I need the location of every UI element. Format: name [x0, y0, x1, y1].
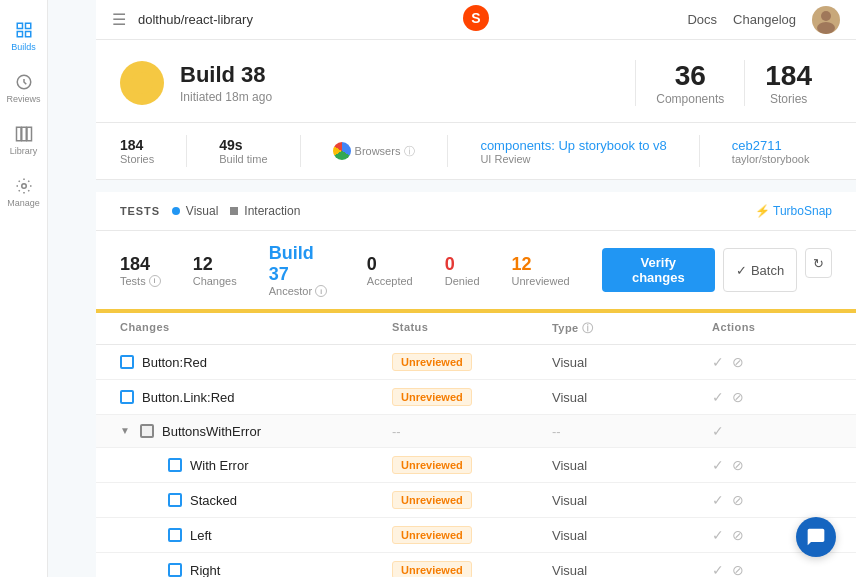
- chat-bubble-button[interactable]: [796, 517, 836, 557]
- meta-branch: ceb2711 taylor/storybook: [732, 138, 810, 165]
- reject-icon[interactable]: ⊘: [732, 527, 744, 543]
- turbosnap-label: TurboSnap: [773, 204, 832, 218]
- accepted-label: Accepted: [367, 275, 413, 287]
- chrome-icon: [333, 142, 351, 160]
- reject-icon[interactable]: ⊘: [732, 457, 744, 473]
- accept-icon[interactable]: ✓: [712, 527, 724, 543]
- user-avatar[interactable]: [812, 6, 840, 34]
- story-icon: [168, 528, 182, 542]
- build-status-icon: [120, 61, 164, 105]
- tests-section: TESTS Visual Interaction ⚡ TurboSnap: [96, 192, 856, 577]
- hamburger-icon[interactable]: ☰: [112, 10, 126, 29]
- col-actions: Actions: [712, 321, 832, 336]
- story-icon: [168, 458, 182, 472]
- action-icons: ✓ ⊘: [712, 354, 832, 370]
- unreviewed-label: Unreviewed: [512, 275, 570, 287]
- branch-sublabel: taylor/storybook: [732, 153, 810, 165]
- reject-icon[interactable]: ⊘: [732, 354, 744, 370]
- summary-ancestor: Build 37 Ancestor i: [269, 243, 335, 297]
- commit-link[interactable]: components: Up storybook to v8: [480, 138, 666, 153]
- verify-changes-button[interactable]: Verify changes: [602, 248, 715, 292]
- status-badge: Unreviewed: [392, 388, 472, 406]
- changelog-link[interactable]: Changelog: [733, 12, 796, 27]
- stories-num: 184: [120, 137, 154, 153]
- accept-icon[interactable]: ✓: [712, 354, 724, 370]
- accept-icon[interactable]: ✓: [712, 423, 724, 439]
- col-changes: Changes: [120, 321, 392, 336]
- repo-name: dolthub/react-library: [138, 12, 253, 27]
- story-icon: [120, 355, 134, 369]
- group-type: --: [552, 424, 712, 439]
- app-logo: S: [462, 4, 490, 35]
- reject-icon[interactable]: ⊘: [732, 562, 744, 577]
- change-name: Button:Red: [120, 355, 392, 370]
- col-status: Status: [392, 321, 552, 336]
- refresh-icon: ↻: [813, 256, 824, 271]
- tests-summary: 184 Tests i 12 Changes Build 37 Ancesto: [96, 231, 856, 313]
- status-badge: Unreviewed: [392, 353, 472, 371]
- browsers-label: Browsers: [355, 145, 401, 157]
- reviews-label: Reviews: [6, 94, 40, 104]
- main-content: Build 38 Initiated 18m ago 36 Components…: [96, 40, 856, 577]
- story-icon: [120, 390, 134, 404]
- sidebar: Builds Reviews Library Manage: [0, 0, 48, 577]
- batch-button[interactable]: ✓ Batch: [723, 248, 797, 292]
- stories-count: 184: [765, 60, 812, 92]
- accept-icon[interactable]: ✓: [712, 492, 724, 508]
- changes-label: Changes: [193, 275, 237, 287]
- components-label: Components: [656, 92, 724, 106]
- interaction-toggle[interactable]: Interaction: [230, 204, 300, 218]
- accept-icon[interactable]: ✓: [712, 457, 724, 473]
- type-label: Visual: [552, 390, 712, 405]
- top-navigation: ☰ dolthub/react-library S Docs Changelog: [96, 0, 856, 40]
- action-icons: ✓ ⊘: [712, 492, 832, 508]
- ancestor-info-icon: i: [315, 285, 327, 297]
- svg-rect-1: [25, 23, 30, 28]
- change-name: With Error: [120, 458, 392, 473]
- meta-browsers: Browsers ⓘ: [333, 142, 416, 160]
- table-row: Left Unreviewed Visual ✓ ⊘: [96, 518, 856, 553]
- table-row: With Error Unreviewed Visual ✓ ⊘: [96, 448, 856, 483]
- svg-rect-6: [21, 127, 26, 141]
- sidebar-item-library[interactable]: Library: [4, 116, 44, 164]
- summary-denied: 0 Denied: [445, 254, 480, 287]
- docs-link[interactable]: Docs: [687, 12, 717, 27]
- type-label: Visual: [552, 355, 712, 370]
- table-row: Right Unreviewed Visual ✓ ⊘: [96, 553, 856, 577]
- table-row-group: ▼ ButtonsWithError -- -- ✓: [96, 415, 856, 448]
- reject-icon[interactable]: ⊘: [732, 389, 744, 405]
- type-label: Visual: [552, 458, 712, 473]
- group-status: --: [392, 424, 552, 439]
- summary-accepted: 0 Accepted: [367, 254, 413, 287]
- turbosnap-link[interactable]: ⚡ TurboSnap: [755, 204, 832, 218]
- stories-stat: 184 Stories: [744, 60, 832, 106]
- accept-icon[interactable]: ✓: [712, 562, 724, 577]
- table-header: Changes Status Type ⓘ Actions: [96, 313, 856, 345]
- manage-label: Manage: [7, 198, 40, 208]
- sidebar-item-reviews[interactable]: Reviews: [4, 64, 44, 112]
- accept-icon[interactable]: ✓: [712, 389, 724, 405]
- status-badge: Unreviewed: [392, 456, 472, 474]
- interaction-toggle-dot: [230, 207, 238, 215]
- sidebar-item-builds[interactable]: Builds: [4, 12, 44, 60]
- components-count: 36: [656, 60, 724, 92]
- svg-text:S: S: [471, 10, 480, 26]
- browsers-info-icon: ⓘ: [404, 144, 415, 159]
- meta-divider-4: [699, 135, 700, 167]
- summary-unreviewed: 12 Unreviewed: [512, 254, 570, 287]
- stories-meta-label: Stories: [120, 153, 154, 165]
- builds-label: Builds: [11, 42, 36, 52]
- svg-rect-2: [17, 31, 22, 36]
- tests-num: 184: [120, 254, 161, 275]
- library-label: Library: [10, 146, 38, 156]
- collapse-icon[interactable]: ▼: [120, 425, 132, 437]
- col-type: Type ⓘ: [552, 321, 712, 336]
- visual-toggle[interactable]: Visual: [172, 204, 218, 218]
- build-time-label: Build time: [219, 153, 267, 165]
- refresh-button[interactable]: ↻: [805, 248, 832, 278]
- status-badge: Unreviewed: [392, 561, 472, 577]
- branch-link[interactable]: ceb2711: [732, 138, 810, 153]
- sidebar-item-manage[interactable]: Manage: [4, 168, 44, 216]
- reject-icon[interactable]: ⊘: [732, 492, 744, 508]
- denied-num: 0: [445, 254, 480, 275]
